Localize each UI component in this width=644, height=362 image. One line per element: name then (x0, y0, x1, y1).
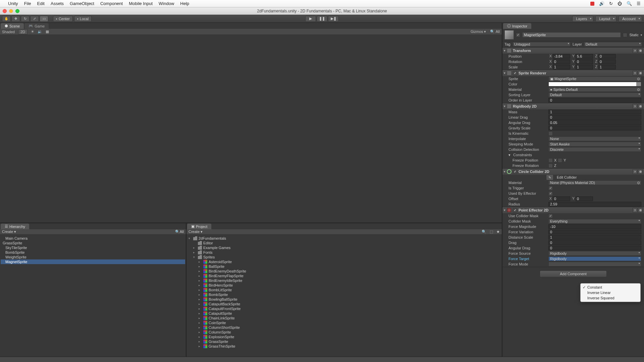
power-icon[interactable]: ⏻ (618, 1, 622, 6)
pause-button[interactable]: ❚❚ (317, 16, 327, 22)
audio-icon[interactable]: 🔉 (38, 29, 42, 34)
menu-edit[interactable]: Edit (37, 1, 45, 6)
gameobject-name-field[interactable] (522, 32, 621, 38)
local-global-toggle[interactable]: ▪Local (74, 16, 92, 22)
project-sprite-item[interactable]: ▸BowlingBallSprite (187, 297, 501, 302)
rot-y-field[interactable] (576, 59, 593, 64)
project-sprite-item[interactable]: ▸BombLitSprite (187, 288, 501, 292)
project-sprite-item[interactable]: ▸BirdEnemyIdleSprite (187, 278, 501, 283)
project-filter-icon[interactable]: ⬚ (490, 230, 493, 234)
distance-scale-field[interactable] (548, 235, 641, 240)
add-component-button[interactable]: Add Component (540, 270, 607, 277)
offset-y-field[interactable] (576, 196, 593, 201)
point-effector-enabled[interactable] (513, 208, 517, 213)
fx-icon[interactable]: ▦ (46, 29, 49, 34)
zoom-window-button[interactable] (15, 9, 19, 13)
sorting-layer-dropdown[interactable]: Default (548, 93, 641, 97)
account-dropdown[interactable]: Account (619, 16, 642, 22)
sync-icon[interactable]: ↻ (609, 1, 613, 6)
project-sprite-item[interactable]: ▸BallSprite (187, 264, 501, 269)
rotate-tool[interactable]: ↻ (21, 16, 30, 22)
freeze-rot-z[interactable] (548, 164, 553, 168)
menu-window[interactable]: Window (159, 1, 174, 6)
hierarchy-create-dropdown[interactable]: Create ▾ (2, 230, 16, 234)
hierarchy-item[interactable]: BombSprite (1, 250, 185, 255)
static-checkbox[interactable] (623, 33, 627, 37)
offset-x-field[interactable] (553, 196, 570, 201)
step-button[interactable]: ▶❚ (328, 16, 339, 22)
hierarchy-item-selected[interactable]: MagnetSprite (1, 259, 185, 264)
layout-dropdown[interactable]: Layout (595, 16, 616, 22)
gear-icon[interactable]: ⚙ (638, 71, 643, 75)
project-sprite-item[interactable]: ▸CatapultSprite (187, 311, 501, 316)
project-sprite-item[interactable]: ▸BirdEnemyFlapSprite (187, 274, 501, 278)
menu-component[interactable]: Component (100, 1, 123, 6)
sprite-field[interactable]: ▣MagnetSprite (548, 76, 641, 81)
menu-unity[interactable]: Unity (8, 1, 18, 6)
tab-scene[interactable]: ⬢ Scene (1, 23, 24, 29)
popup-item-inverse-linear[interactable]: Inverse Linear (581, 290, 640, 295)
help-icon[interactable]: ? (633, 169, 637, 174)
gear-icon[interactable]: ⚙ (638, 169, 643, 174)
project-sprite-item[interactable]: ▸ColumnShortSprite (187, 325, 501, 330)
tab-hierarchy[interactable]: ☰ Hierarchy (1, 224, 29, 229)
project-sprite-item[interactable]: ▸CatapultFrontSprite (187, 306, 501, 311)
hierarchy-item[interactable]: Main Camera (1, 236, 185, 241)
project-sprite-item[interactable]: ▸CoinSprite (187, 320, 501, 325)
sprite-renderer-enabled[interactable] (513, 71, 517, 75)
gear-icon[interactable]: ⚙ (638, 48, 643, 53)
rect-tool[interactable]: ▭ (40, 16, 48, 22)
project-save-icon[interactable]: ★ (496, 230, 500, 234)
menu-assets[interactable]: Assets (51, 1, 64, 6)
help-icon[interactable]: ? (633, 48, 637, 53)
order-in-layer-field[interactable] (548, 98, 641, 103)
angular-drag-field[interactable] (548, 120, 641, 125)
pos-y-field[interactable] (576, 54, 593, 59)
project-folder-root[interactable]: ▾2dFundamentals (187, 236, 501, 241)
collider-mask-dropdown[interactable]: Everything (548, 219, 641, 224)
menu-file[interactable]: File (24, 1, 31, 6)
force-variation-field[interactable] (548, 230, 641, 234)
project-folder[interactable]: ▸Example Games (187, 245, 501, 250)
used-by-effector-checkbox[interactable] (548, 191, 553, 196)
project-folder[interactable]: Editor (187, 241, 501, 245)
menu-mobileinput[interactable]: Mobile Input (129, 1, 153, 6)
project-sprite-item[interactable]: ▸CatapultBackSprite (187, 302, 501, 306)
project-sprite-item[interactable]: ▸BirdEnemyDeathSprite (187, 269, 501, 274)
drag-field[interactable] (548, 240, 641, 245)
project-folder[interactable]: ▸Fonts (187, 250, 501, 255)
physics-material-field[interactable]: None (Physics Material 2D) (548, 180, 641, 185)
scale-x-field[interactable] (553, 65, 570, 69)
hierarchy-item[interactable]: SkyTileSprite (1, 245, 185, 250)
hierarchy-search[interactable]: 🔍All (175, 230, 184, 234)
scale-y-field[interactable] (576, 65, 593, 69)
hierarchy-item[interactable]: GrassSprite (1, 241, 185, 245)
gameobject-icon[interactable] (504, 30, 514, 40)
radius-field[interactable] (548, 202, 641, 206)
project-sprite-item[interactable]: ▸GrassThinSprite (187, 344, 501, 349)
popup-item-inverse-squared[interactable]: Inverse Squared (581, 295, 640, 301)
layer-dropdown[interactable]: Default (584, 42, 642, 47)
gravity-scale-field[interactable] (548, 126, 641, 130)
pos-x-field[interactable] (553, 54, 570, 59)
material-field[interactable]: ●Sprites-Default (548, 87, 641, 92)
project-sprite-item[interactable]: ▸BirdHeroSprite (187, 283, 501, 288)
rot-z-field[interactable] (598, 59, 616, 64)
is-trigger-checkbox[interactable] (548, 186, 553, 190)
tab-game[interactable]: 🎮 Game (24, 23, 49, 29)
freeze-pos-x[interactable] (548, 158, 553, 163)
use-collider-mask-checkbox[interactable] (548, 214, 553, 218)
project-sprite-item[interactable]: ▸AsteroidSprite (187, 259, 501, 264)
move-tool[interactable]: ✥ (11, 16, 20, 22)
scale-z-field[interactable] (598, 65, 616, 69)
circle-collider-enabled[interactable] (513, 170, 517, 174)
menu-help[interactable]: Help (180, 1, 189, 6)
collision-detection-dropdown[interactable]: Discrete (548, 147, 641, 152)
force-mode-dropdown[interactable] (548, 262, 641, 266)
popup-item-constant[interactable]: ✓Constant (581, 285, 640, 290)
menu-gameobject[interactable]: GameObject (70, 1, 94, 6)
volume-icon[interactable]: 🔊 (599, 1, 604, 6)
freeze-pos-y[interactable] (558, 158, 562, 163)
help-icon[interactable]: ? (633, 71, 637, 75)
force-magnitude-field[interactable] (548, 224, 641, 229)
